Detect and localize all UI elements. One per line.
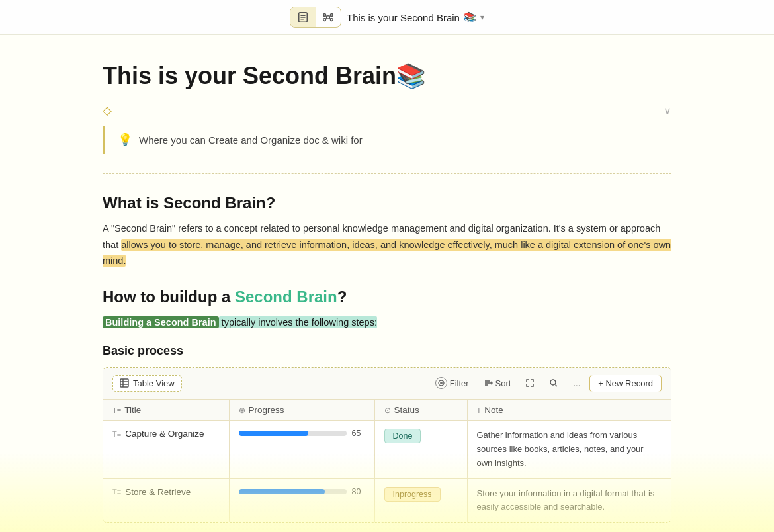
svg-line-11 [325, 18, 326, 19]
progress-value: 80 [352, 487, 365, 496]
building-bold-text: Building a Second Brain [103, 316, 219, 328]
sort-icon [484, 378, 493, 388]
more-dots-icon: ... [573, 378, 580, 388]
th-title-label: Title [124, 405, 141, 415]
more-options-button[interactable]: ... [568, 376, 585, 391]
section2-heading-teal: Second Brain [235, 288, 337, 306]
th-status-label: Status [394, 405, 419, 415]
row-title-icon: T≡ [112, 430, 121, 438]
section2-heading-pre: How to buildup a [103, 288, 235, 306]
building-rest-text: typically involves the following steps: [219, 316, 377, 328]
th-status-icon: ⊙ [384, 406, 391, 415]
nav-emoji: 📚 [464, 11, 476, 23]
page-title: This is your Second Brain📚 [103, 62, 671, 90]
filter-label: Filter [450, 378, 469, 388]
th-progress-label: Progress [249, 405, 284, 415]
table-wrapper: Table View Filter [103, 367, 671, 523]
new-record-button[interactable]: + New Record [589, 375, 662, 392]
section1-highlighted: allows you to store, manage, and retriev… [103, 239, 671, 267]
sort-button[interactable]: Sort [478, 376, 517, 391]
section2-heading: How to buildup a Second Brain? [103, 288, 671, 306]
section1-heading: What is Second Brain? [103, 194, 671, 212]
table-view-label: Table View [133, 378, 175, 388]
table-view-button[interactable]: Table View [112, 375, 182, 392]
cell-progress-1: 80 [229, 478, 374, 522]
status-badge: Done [384, 429, 421, 443]
progress-value: 65 [352, 429, 365, 438]
building-callout: Building a Second Brain typically involv… [103, 314, 671, 331]
svg-line-24 [556, 385, 558, 387]
cell-status-1: Inprogress [374, 478, 467, 522]
row-title-text: Capture & Organize [125, 429, 204, 439]
main-content: This is your Second Brain📚 ◇ ∨ 💡 Where y… [63, 35, 711, 532]
progress-bar-bg [239, 431, 347, 436]
cell-title-1: T≡Store & Retrieve [103, 478, 229, 522]
nav-title[interactable]: This is your Second Brain 📚 ▾ [347, 11, 484, 23]
progress-bar-fill [239, 431, 309, 436]
tags-row: ◇ ∨ [103, 103, 671, 118]
note-text: Gather information and ideas from variou… [477, 430, 644, 468]
tag-icon: ◇ [103, 103, 112, 118]
basic-process-heading: Basic process [103, 344, 671, 358]
section-divider [103, 173, 671, 174]
cell-title-0: T≡Capture & Organize [103, 421, 229, 478]
nav-title-text: This is your Second Brain [347, 12, 460, 23]
cell-note-0: Gather information and ideas from variou… [467, 421, 671, 478]
nav-icon-group [290, 7, 341, 28]
svg-line-10 [329, 16, 330, 17]
th-progress-icon: ⊕ [239, 406, 245, 415]
search-button[interactable] [544, 376, 564, 390]
sort-label: Sort [495, 378, 511, 388]
svg-rect-13 [120, 379, 128, 387]
chevron-down-icon: ∨ [664, 105, 671, 117]
table-row: T≡Capture & Organize65DoneGather informa… [103, 421, 671, 478]
filter-button[interactable]: Filter [430, 375, 474, 392]
progress-bar-fill [239, 489, 325, 494]
th-note: T Note [467, 400, 671, 421]
table-header-row: T≡ Title ⊕ Progress ⊙ Status [103, 400, 671, 421]
th-progress: ⊕ Progress [229, 400, 374, 421]
svg-line-12 [329, 18, 330, 19]
nav-chevron-icon: ▾ [480, 13, 484, 22]
cell-note-1: Store your information in a digital form… [467, 478, 671, 522]
section2-heading-post: ? [337, 288, 347, 306]
th-note-label: Note [484, 405, 503, 415]
callout-block: 💡 Where you can Create and Organize doc … [103, 126, 671, 154]
status-badge: Inprogress [384, 487, 441, 502]
svg-point-23 [550, 380, 556, 385]
table-toolbar: Table View Filter [103, 368, 671, 400]
filter-icon [435, 377, 447, 389]
document-view-btn[interactable] [290, 7, 316, 27]
svg-point-7 [323, 19, 326, 21]
svg-point-8 [331, 19, 333, 21]
th-status: ⊙ Status [374, 400, 467, 421]
expand-button[interactable] [520, 376, 540, 390]
row-title-icon: T≡ [112, 488, 121, 496]
graph-view-btn[interactable] [316, 7, 341, 27]
svg-point-6 [331, 14, 333, 17]
data-table: T≡ Title ⊕ Progress ⊙ Status [103, 400, 671, 522]
th-title-icon: T≡ [112, 406, 121, 414]
svg-line-9 [325, 16, 326, 17]
section1-paragraph: A "Second Brain" refers to a concept rel… [103, 220, 671, 269]
expand-icon [525, 378, 535, 388]
th-title: T≡ Title [103, 400, 229, 421]
svg-point-4 [327, 16, 330, 19]
th-note-icon: T [477, 406, 482, 414]
callout-emoji: 💡 [118, 132, 132, 147]
cell-progress-0: 65 [229, 421, 374, 478]
callout-text: Where you can Create and Organize doc & … [139, 134, 363, 146]
cell-status-0: Done [374, 421, 467, 478]
table-row: T≡Store & Retrieve80InprogressStore your… [103, 478, 671, 522]
svg-point-5 [323, 14, 326, 17]
note-text: Store your information in a digital form… [477, 488, 655, 512]
search-icon [549, 378, 558, 388]
progress-bar-bg [239, 489, 347, 494]
row-title-text: Store & Retrieve [125, 487, 191, 497]
new-record-label: + New Record [598, 378, 653, 388]
top-nav: This is your Second Brain 📚 ▾ [0, 0, 774, 35]
